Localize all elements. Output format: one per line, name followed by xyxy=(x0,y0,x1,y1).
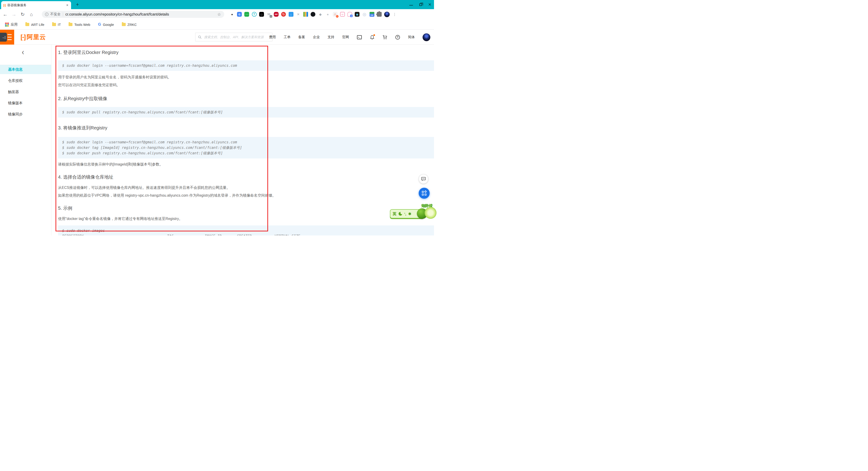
nav-support[interactable]: 支持 xyxy=(328,35,334,39)
github-icon[interactable] xyxy=(311,12,315,17)
sidebar-item-image-sync[interactable]: 镜像同步 xyxy=(0,110,51,119)
code-block-images[interactable]: $ sudo docker images REPOSITORYTAGIMAGE … xyxy=(58,226,434,235)
org-chart-glyph: ∴ xyxy=(334,12,336,16)
url-text[interactable]: cr.console.aliyun.com/repository/cn-hang… xyxy=(65,12,217,17)
green-chat-icon[interactable]: ⋯ xyxy=(244,12,249,17)
bookmark-google[interactable]: G Google xyxy=(98,22,114,27)
ime-settings-icon[interactable]: ✱ xyxy=(408,212,411,216)
gray-cube-icon[interactable]: ◆ xyxy=(318,12,323,17)
code-block-login[interactable]: $ sudo docker login --username=fcscanf@g… xyxy=(58,60,434,71)
sidenav-expand-button[interactable]: →| xyxy=(0,33,7,41)
bookmark-folder-zrkc[interactable]: ZRKC xyxy=(122,23,137,27)
cart-icon[interactable] xyxy=(382,35,388,40)
ime-punctuation-toggle[interactable]: ’, xyxy=(404,212,406,216)
url-bar[interactable]: i 不安全 cr.console.aliyun.com/repository/c… xyxy=(42,11,224,18)
code-block-pull[interactable]: $ sudo docker pull registry.cn-hangzhou.… xyxy=(58,107,434,118)
code-block-push[interactable]: $ sudo docker login --username=fcscanf@g… xyxy=(58,137,434,158)
code-line: $ sudo docker tag [ImageId] registry.cn-… xyxy=(62,145,434,150)
apps-grid-diamond-icon xyxy=(422,191,427,196)
bookmark-label: Tools Web xyxy=(74,23,90,27)
hamburger-icon xyxy=(7,37,12,37)
aliyun-logo[interactable]: [-]阿里云 xyxy=(21,33,46,41)
bookmark-label: ZRKC xyxy=(127,23,137,27)
forward-icon[interactable]: → xyxy=(10,12,18,17)
user-avatar[interactable] xyxy=(423,33,430,41)
tab-close-icon[interactable]: × xyxy=(66,3,69,7)
section4-paragraph: 从ECS推送镜像时，可以选择使用镜像仓库内网地址。推送速度将得到提升并且将不会损… xyxy=(52,185,434,190)
browser-tab[interactable]: [-] 容器镜像服务 × xyxy=(1,1,71,9)
nav-website[interactable]: 官网 xyxy=(342,35,349,39)
sidebar-item-trigger[interactable]: 触发器 xyxy=(0,87,51,96)
quick-apps-button[interactable] xyxy=(419,188,430,199)
bookmark-star-icon[interactable]: ☆ xyxy=(217,12,221,17)
blue-download-icon[interactable]: ↓ xyxy=(289,12,293,17)
bookmark-folder-it[interactable]: IT xyxy=(52,23,61,27)
pink-cat-icon[interactable]: 4 xyxy=(347,12,352,17)
notifications-bell-icon[interactable] xyxy=(370,35,375,40)
window-close-button[interactable]: × xyxy=(428,2,431,7)
page-info-icon[interactable]: i xyxy=(45,12,49,16)
org-chart-badge: + xyxy=(336,15,338,18)
new-tab-button[interactable]: + xyxy=(74,2,81,8)
red-refresh-icon[interactable]: ↻ xyxy=(281,12,286,17)
silver-ring-icon[interactable]: ◎ xyxy=(362,12,367,17)
bookmark-folder-tools-web[interactable]: Tools Web xyxy=(68,23,90,27)
section1-paragraph: 您可以在访问凭证页面修改凭证密码。 xyxy=(52,83,434,88)
bookmark-label: ART Life xyxy=(31,23,44,27)
console-search-box[interactable] xyxy=(195,33,272,41)
home-icon[interactable]: ⌂ xyxy=(28,12,35,17)
sidebar-item-image-version[interactable]: 镜像版本 xyxy=(0,98,51,108)
ime-moon-icon[interactable] xyxy=(399,212,402,216)
nav-tickets[interactable]: 工单 xyxy=(284,35,290,39)
back-icon[interactable]: ← xyxy=(2,12,9,17)
dark-reader-icon[interactable]: □ xyxy=(259,12,264,17)
bookshelf-icon[interactable] xyxy=(303,12,308,17)
sidebar-collapse-icon[interactable]: ‹ xyxy=(22,47,24,57)
window-maximize-button[interactable] xyxy=(420,3,422,6)
cloudshell-icon[interactable]: >_ xyxy=(357,35,362,39)
apps-grid-icon xyxy=(5,23,9,27)
org-chart-icon[interactable]: ∴+ xyxy=(333,12,338,17)
language-switch[interactable]: 简体 xyxy=(408,35,415,39)
crossed-tools-icon[interactable]: × xyxy=(296,12,301,17)
profile-avatar-icon[interactable] xyxy=(384,12,390,17)
col-image-id: IMAGE ID xyxy=(205,233,237,235)
reload-icon[interactable]: ↻ xyxy=(19,12,26,17)
code-line: $ sudo docker images xyxy=(62,228,434,233)
col-repository: REPOSITORY xyxy=(62,233,167,235)
search-icon xyxy=(198,35,202,39)
console-search-input[interactable] xyxy=(204,35,270,39)
hamburger-icon xyxy=(7,39,12,40)
bookmark-apps[interactable]: 应用 xyxy=(5,22,18,27)
on-switch-icon[interactable]: ON xyxy=(370,12,374,17)
window-minimize-button[interactable] xyxy=(409,5,413,5)
folder-icon xyxy=(25,23,29,26)
pink-tv-icon[interactable]: ω xyxy=(340,12,345,17)
sidebar-item-repo-auth[interactable]: 仓库授权 xyxy=(0,76,51,85)
teal-t-icon[interactable]: T xyxy=(252,12,257,17)
adblock-plus-icon[interactable]: ABP xyxy=(274,12,279,17)
console-top-nav: 费用 工单 备案 企业 支持 官网 >_ ? 简体 xyxy=(269,30,434,45)
feedback-button[interactable] xyxy=(419,174,428,184)
mouse-icon[interactable]: ● xyxy=(325,12,330,17)
nav-billing[interactable]: 费用 xyxy=(269,35,276,39)
google-translate-icon[interactable]: G xyxy=(237,12,242,17)
section5-heading: 5. 示例 xyxy=(52,205,434,211)
code-line: $ sudo docker push registry.cn-hangzhou.… xyxy=(62,150,434,156)
mail-icon[interactable]: ✉X xyxy=(267,12,271,17)
aliyun-favicon-icon: [-] xyxy=(3,4,5,7)
nav-enterprise[interactable]: 企业 xyxy=(313,35,320,39)
pinned-dot-icon[interactable]: ◆ xyxy=(230,12,235,17)
menu-dots-icon[interactable]: ⋮ xyxy=(392,12,397,17)
help-icon[interactable]: ? xyxy=(395,35,400,39)
react-icon[interactable]: ◉ xyxy=(355,12,360,17)
sidebar-item-basic-info[interactable]: 基本信息 xyxy=(0,65,51,74)
ime-language-mode[interactable]: 英 xyxy=(393,211,397,216)
bookmark-folder-art-life[interactable]: ART Life xyxy=(25,23,44,27)
puzzle-extensions-icon[interactable] xyxy=(377,12,382,17)
google-icon: G xyxy=(98,22,101,27)
section4-heading: 4. 选择合适的镜像仓库地址 xyxy=(52,174,434,180)
nav-icp[interactable]: 备案 xyxy=(298,35,305,39)
notification-dot xyxy=(373,34,375,36)
sidebar-menu: 基本信息 仓库授权 触发器 镜像版本 镜像同步 xyxy=(0,65,51,121)
